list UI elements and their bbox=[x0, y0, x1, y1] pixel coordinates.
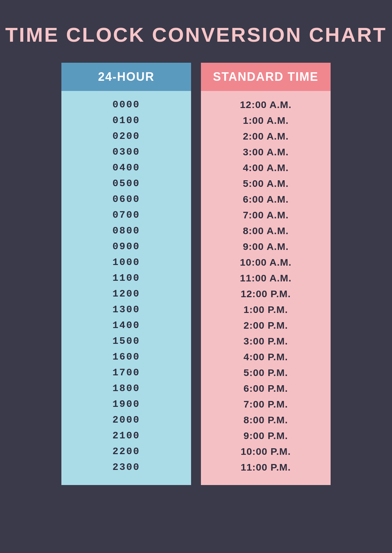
time-row-standard: 1:00 P.M. bbox=[201, 302, 331, 318]
time-row-24hr: 1300 bbox=[61, 302, 191, 318]
column-standard: STANDARD TIME 12:00 A.M.1:00 A.M.2:00 A.… bbox=[201, 63, 331, 485]
header-24hr: 24-HOUR bbox=[61, 63, 191, 91]
time-row-standard: 1:00 A.M. bbox=[201, 113, 331, 128]
time-row-standard: 11:00 A.M. bbox=[201, 270, 331, 286]
time-row-24hr: 0600 bbox=[61, 191, 191, 207]
time-row-standard: 10:00 P.M. bbox=[201, 444, 331, 459]
time-row-standard: 4:00 A.M. bbox=[201, 160, 331, 176]
column-24hr: 24-HOUR 00000100020003000400050006000700… bbox=[61, 63, 191, 485]
time-row-standard: 12:00 P.M. bbox=[201, 286, 331, 302]
body-standard: 12:00 A.M.1:00 A.M.2:00 A.M.3:00 A.M.4:0… bbox=[201, 91, 331, 485]
chart-container: 24-HOUR 00000100020003000400050006000700… bbox=[61, 63, 331, 485]
time-row-standard: 11:00 P.M. bbox=[201, 459, 331, 475]
time-row-24hr: 1800 bbox=[61, 381, 191, 396]
time-row-24hr: 0400 bbox=[61, 160, 191, 176]
time-row-standard: 6:00 P.M. bbox=[201, 381, 331, 396]
time-row-24hr: 2300 bbox=[61, 459, 191, 475]
time-row-24hr: 2100 bbox=[61, 428, 191, 444]
time-row-standard: 12:00 A.M. bbox=[201, 97, 331, 113]
time-row-standard: 3:00 A.M. bbox=[201, 144, 331, 160]
time-row-standard: 2:00 P.M. bbox=[201, 318, 331, 333]
time-row-standard: 3:00 P.M. bbox=[201, 333, 331, 349]
time-row-24hr: 1600 bbox=[61, 349, 191, 365]
time-row-24hr: 0300 bbox=[61, 144, 191, 160]
time-row-24hr: 0500 bbox=[61, 176, 191, 191]
time-row-24hr: 0100 bbox=[61, 113, 191, 128]
time-row-24hr: 2200 bbox=[61, 444, 191, 459]
time-row-standard: 5:00 P.M. bbox=[201, 365, 331, 381]
time-row-standard: 9:00 A.M. bbox=[201, 239, 331, 254]
time-row-24hr: 0700 bbox=[61, 207, 191, 223]
time-row-standard: 6:00 A.M. bbox=[201, 191, 331, 207]
time-row-24hr: 1100 bbox=[61, 270, 191, 286]
time-row-standard: 7:00 P.M. bbox=[201, 396, 331, 412]
time-row-standard: 7:00 A.M. bbox=[201, 207, 331, 223]
time-row-24hr: 1400 bbox=[61, 318, 191, 333]
time-row-24hr: 1000 bbox=[61, 254, 191, 270]
time-row-standard: 9:00 P.M. bbox=[201, 428, 331, 444]
time-row-24hr: 2000 bbox=[61, 412, 191, 428]
time-row-standard: 5:00 A.M. bbox=[201, 176, 331, 191]
header-standard: STANDARD TIME bbox=[201, 63, 331, 91]
time-row-standard: 10:00 A.M. bbox=[201, 254, 331, 270]
time-row-standard: 8:00 A.M. bbox=[201, 223, 331, 239]
time-row-24hr: 0800 bbox=[61, 223, 191, 239]
time-row-24hr: 1500 bbox=[61, 333, 191, 349]
time-row-24hr: 0000 bbox=[61, 97, 191, 113]
time-row-24hr: 0900 bbox=[61, 239, 191, 254]
page-title: TIME CLOCK CONVERSION CHART bbox=[5, 23, 387, 46]
time-row-24hr: 0200 bbox=[61, 128, 191, 144]
time-row-standard: 4:00 P.M. bbox=[201, 349, 331, 365]
time-row-standard: 2:00 A.M. bbox=[201, 128, 331, 144]
time-row-24hr: 1200 bbox=[61, 286, 191, 302]
time-row-24hr: 1700 bbox=[61, 365, 191, 381]
body-24hr: 0000010002000300040005000600070008000900… bbox=[61, 91, 191, 485]
time-row-standard: 8:00 P.M. bbox=[201, 412, 331, 428]
time-row-24hr: 1900 bbox=[61, 396, 191, 412]
